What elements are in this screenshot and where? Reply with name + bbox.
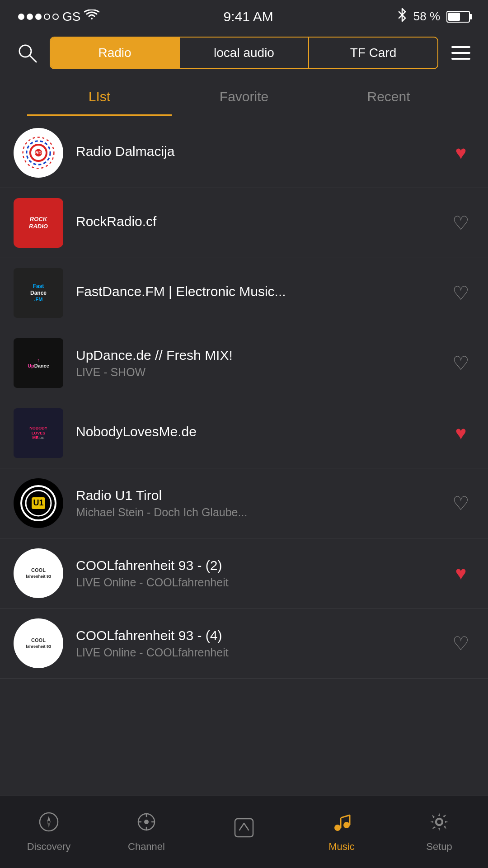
nav-discovery-label: Discovery bbox=[27, 841, 71, 853]
list-item[interactable]: COOLfahrenheit 93 COOLfahrenheit 93 - (4… bbox=[0, 609, 488, 679]
station-info: NobodyLovesMe.de bbox=[76, 424, 440, 442]
dot5 bbox=[52, 14, 59, 20]
favorite-button[interactable]: ♥ bbox=[447, 139, 474, 166]
heart-outline-icon: ♡ bbox=[452, 282, 469, 304]
tab-recent[interactable]: Recent bbox=[316, 76, 461, 116]
tab-list[interactable]: LIst bbox=[27, 76, 172, 116]
favorite-button[interactable]: ♡ bbox=[447, 209, 474, 236]
dot1 bbox=[18, 14, 24, 20]
station-sub: LIVE Online - COOLfahrenheit bbox=[76, 646, 440, 659]
nav-setup-label: Setup bbox=[426, 841, 452, 853]
nav-channel[interactable]: Channel bbox=[98, 807, 195, 857]
heart-outline-icon: ♡ bbox=[452, 212, 469, 234]
svg-point-13 bbox=[40, 813, 58, 831]
station-name: COOLfahrenheit 93 - (2) bbox=[76, 558, 440, 573]
gear-icon bbox=[429, 811, 450, 837]
logo-label: COOLfahrenheit 93 bbox=[26, 567, 51, 579]
tab-favorite[interactable]: Favorite bbox=[172, 76, 316, 116]
favorite-button[interactable]: ♥ bbox=[447, 560, 474, 587]
station-logo-rd: RD bbox=[14, 128, 63, 178]
nav-music-label: Music bbox=[328, 841, 354, 853]
station-logo-u1: U1 bbox=[14, 478, 63, 528]
station-logo-cool: COOLfahrenheit 93 bbox=[14, 548, 63, 598]
favorite-button[interactable]: ♡ bbox=[447, 279, 474, 307]
list-item[interactable]: RD Radio Dalmacija ♥ bbox=[0, 118, 488, 188]
battery-text: 58 % bbox=[413, 9, 440, 24]
station-logo-nobody: NOBODYLOVESME.DE bbox=[14, 408, 63, 458]
station-logo-fastdance: FastDance.FM bbox=[14, 268, 63, 318]
heart-outline-icon: ♡ bbox=[452, 632, 469, 655]
station-name: NobodyLovesMe.de bbox=[76, 424, 440, 439]
svg-line-27 bbox=[341, 815, 350, 818]
home-icon bbox=[233, 816, 255, 844]
favorite-button[interactable]: ♡ bbox=[447, 490, 474, 517]
bluetooth-icon bbox=[397, 8, 407, 25]
list-item[interactable]: COOLfahrenheit 93 COOLfahrenheit 93 - (2… bbox=[0, 538, 488, 609]
station-info: RockRadio.cf bbox=[76, 214, 440, 232]
nav-discovery[interactable]: Discovery bbox=[0, 807, 98, 857]
station-info: Radio Dalmacija bbox=[76, 144, 440, 162]
logo-label: ↑UpDance bbox=[28, 357, 49, 369]
wifi-icon bbox=[84, 9, 99, 24]
svg-text:U1: U1 bbox=[33, 498, 43, 507]
svg-point-29 bbox=[436, 819, 442, 825]
station-name: COOLfahrenheit 93 - (4) bbox=[76, 628, 440, 643]
station-sub: LIVE Online - COOLfahrenheit bbox=[76, 576, 440, 589]
list-item[interactable]: NOBODYLOVESME.DE NobodyLovesMe.de ♥ bbox=[0, 398, 488, 468]
list-item[interactable]: U1 Radio U1 Tirol Michael Stein - Doch I… bbox=[0, 468, 488, 538]
tab-local-audio[interactable]: local audio bbox=[180, 38, 309, 68]
logo-label: ROCKRADIO bbox=[29, 216, 48, 230]
svg-marker-15 bbox=[47, 822, 51, 828]
nav-setup[interactable]: Setup bbox=[390, 807, 488, 857]
station-name: RockRadio.cf bbox=[76, 214, 440, 229]
bottom-nav: Discovery Channel bbox=[0, 796, 488, 868]
status-right: 58 % bbox=[397, 8, 470, 25]
station-sub: Michael Stein - Doch Ich Glaube... bbox=[76, 506, 440, 519]
logo-label: FastDance.FM bbox=[30, 283, 47, 302]
svg-line-1 bbox=[30, 56, 36, 62]
logo-label: NOBODYLOVESME.DE bbox=[29, 426, 47, 440]
music-icon bbox=[331, 811, 352, 837]
status-left: GS bbox=[18, 9, 99, 24]
tab-tf-card[interactable]: TF Card bbox=[309, 38, 437, 68]
menu-line-2 bbox=[451, 52, 470, 54]
menu-button[interactable] bbox=[447, 39, 474, 66]
svg-point-23 bbox=[334, 825, 341, 831]
tab-radio[interactable]: Radio bbox=[51, 38, 180, 68]
list-item[interactable]: ↑UpDance UpDance.de // Fresh MIX! LIVE -… bbox=[0, 328, 488, 398]
source-tab-group: Radio local audio TF Card bbox=[50, 37, 438, 69]
svg-point-24 bbox=[343, 822, 350, 828]
favorite-button[interactable]: ♥ bbox=[447, 420, 474, 447]
nav-channel-label: Channel bbox=[128, 841, 165, 853]
channel-icon bbox=[136, 811, 157, 837]
heart-filled-icon: ♥ bbox=[455, 562, 467, 584]
station-logo-updance: ↑UpDance bbox=[14, 338, 63, 388]
svg-rect-22 bbox=[235, 819, 253, 837]
top-nav: Radio local audio TF Card bbox=[0, 29, 488, 76]
list-item[interactable]: ROCKRADIO RockRadio.cf ♡ bbox=[0, 188, 488, 258]
signal-dots bbox=[18, 14, 59, 20]
nav-music[interactable]: Music bbox=[293, 807, 390, 857]
station-info: UpDance.de // Fresh MIX! LIVE - SHOW bbox=[76, 348, 440, 379]
favorite-button[interactable]: ♡ bbox=[447, 349, 474, 377]
station-name: Radio U1 Tirol bbox=[76, 488, 440, 503]
dot3 bbox=[35, 14, 42, 20]
station-logo-cool2: COOLfahrenheit 93 bbox=[14, 618, 63, 668]
menu-line-3 bbox=[451, 58, 470, 60]
station-info: Radio U1 Tirol Michael Stein - Doch Ich … bbox=[76, 488, 440, 519]
list-item[interactable]: FastDance.FM FastDance.FM | Electronic M… bbox=[0, 258, 488, 328]
station-name: FastDance.FM | Electronic Music... bbox=[76, 284, 440, 299]
status-bar: GS 9:41 AM 58 % bbox=[0, 0, 488, 29]
svg-marker-14 bbox=[47, 816, 51, 822]
station-info: COOLfahrenheit 93 - (4) LIVE Online - CO… bbox=[76, 628, 440, 659]
heart-filled-icon: ♥ bbox=[455, 422, 467, 444]
favorite-button[interactable]: ♡ bbox=[447, 630, 474, 657]
status-time: 9:41 AM bbox=[224, 9, 273, 24]
nav-home[interactable] bbox=[195, 812, 293, 852]
search-button[interactable] bbox=[14, 39, 41, 66]
menu-line-1 bbox=[451, 46, 470, 48]
radio-list: RD Radio Dalmacija ♥ ROCKRADIO RockRadio… bbox=[0, 118, 488, 679]
station-info: COOLfahrenheit 93 - (2) LIVE Online - CO… bbox=[76, 558, 440, 589]
battery-fill bbox=[448, 13, 460, 21]
heart-outline-icon: ♡ bbox=[452, 492, 469, 514]
